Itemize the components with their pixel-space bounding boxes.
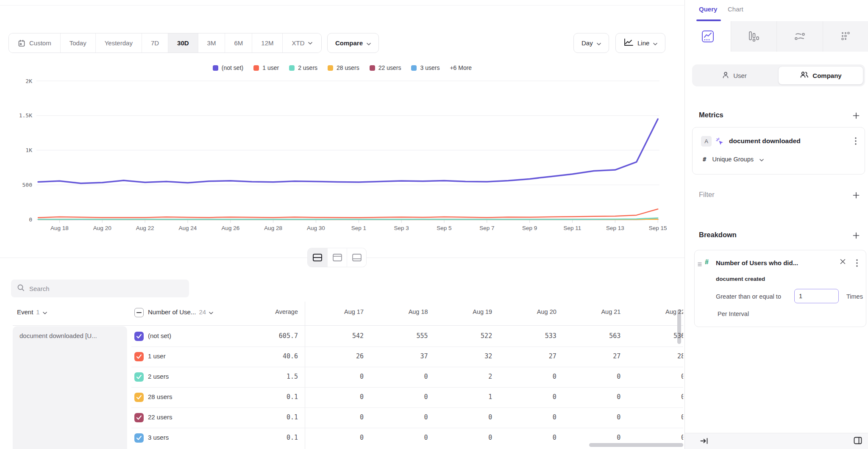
range-30d[interactable]: 30D: [168, 33, 198, 53]
row-checkbox[interactable]: [134, 352, 144, 361]
chevron-down-icon: [597, 39, 601, 47]
add-breakdown-button[interactable]: [851, 231, 861, 240]
breakdown-condition-label[interactable]: Greater than or equal to: [716, 293, 781, 300]
tab-chart[interactable]: Chart: [728, 6, 743, 13]
layout-split-button[interactable]: [308, 248, 327, 267]
date-column-header[interactable]: Aug 17: [309, 308, 364, 315]
user-toggle[interactable]: User: [692, 64, 776, 86]
metrics-section-header: Metrics: [685, 111, 868, 122]
event-count: 1: [36, 308, 39, 316]
tab-query[interactable]: Query: [699, 6, 717, 13]
date-column-header[interactable]: Aug 21: [565, 308, 620, 315]
range-xtd[interactable]: XTD: [282, 33, 321, 53]
svg-text:Aug 24: Aug 24: [179, 225, 197, 231]
search-input[interactable]: [29, 285, 189, 292]
chevron-down-icon: [760, 155, 764, 163]
chart-type-bar-tab[interactable]: [731, 21, 777, 52]
collapse-panel-icon[interactable]: [700, 437, 709, 446]
range-7d[interactable]: 7D: [142, 33, 168, 53]
date-column-header[interactable]: Aug 19: [437, 308, 492, 315]
average-column-header[interactable]: Average: [243, 308, 298, 315]
metrics-title: Metrics: [699, 111, 723, 119]
chart-type-dropdown[interactable]: Line: [615, 33, 665, 53]
cell-value: 0: [565, 373, 620, 380]
aggregation-dropdown[interactable]: # Unique Groups: [703, 155, 764, 163]
metric-options-icon[interactable]: [851, 136, 860, 147]
svg-text:Aug 28: Aug 28: [264, 225, 282, 231]
close-icon[interactable]: [840, 259, 846, 266]
range-label: Custom: [29, 39, 51, 47]
svg-text:Aug 18: Aug 18: [50, 225, 69, 231]
svg-text:0: 0: [29, 216, 32, 223]
cell-value: 0: [309, 373, 364, 380]
company-toggle[interactable]: Company: [778, 66, 863, 85]
breakdown-card[interactable]: # Number of Users who did... document cr…: [694, 250, 866, 327]
range-label: Today: [70, 39, 86, 47]
chevron-down-icon: [43, 308, 47, 316]
chart-type-flow-tab[interactable]: [776, 21, 823, 52]
row-checkbox[interactable]: [134, 372, 144, 382]
select-all-checkbox[interactable]: [134, 308, 144, 317]
panel-layout-icon[interactable]: [853, 436, 862, 446]
company-icon: [800, 71, 809, 80]
date-column-header[interactable]: Aug 22: [630, 308, 683, 315]
svg-text:2K: 2K: [25, 78, 32, 84]
cell-value: 32: [437, 352, 492, 360]
date-column-header[interactable]: Aug 20: [501, 308, 556, 315]
breakdown-event-name[interactable]: document created: [716, 276, 765, 282]
table-area: Event 1 Number of Use... 24 Average docu…: [0, 302, 683, 449]
row-checkbox[interactable]: [134, 413, 144, 422]
row-checkbox[interactable]: [134, 433, 144, 443]
range-yesterday[interactable]: Yesterday: [95, 33, 142, 53]
compare-label: Compare: [335, 39, 363, 47]
cell-value: 536: [630, 332, 683, 340]
interval-dropdown[interactable]: Day: [573, 33, 609, 53]
row-label: 2 users: [148, 373, 169, 380]
row-checkbox[interactable]: [134, 393, 144, 402]
event-name-cell[interactable]: document downloaded [U...: [13, 326, 127, 449]
cell-value: 0: [501, 434, 556, 441]
date-column-header[interactable]: Aug 18: [373, 308, 428, 315]
range-6m[interactable]: 6M: [225, 33, 252, 53]
cell-value: 522: [437, 332, 492, 340]
svg-text:500: 500: [22, 182, 32, 188]
search-icon: [17, 284, 25, 293]
metric-card[interactable]: A document downloaded # Unique Groups: [692, 127, 865, 175]
range-12m[interactable]: 12M: [252, 33, 282, 53]
layout-top-button[interactable]: [327, 248, 347, 267]
chart-type-grid-tab[interactable]: [823, 21, 868, 52]
cell-value: 26: [309, 352, 364, 360]
range-custom[interactable]: Custom: [9, 33, 60, 53]
per-interval-label[interactable]: Per Interval: [718, 310, 749, 317]
svg-text:Sep 5: Sep 5: [437, 225, 451, 231]
range-3m[interactable]: 3M: [198, 33, 225, 53]
row-checkbox[interactable]: [134, 332, 144, 341]
compare-button[interactable]: Compare: [327, 33, 379, 53]
cell-value: 2: [437, 373, 492, 380]
breakdown-options-icon[interactable]: [852, 258, 862, 269]
horizontal-scrollbar[interactable]: [589, 443, 683, 447]
date-range-group: CustomTodayYesterday7D30D3M6M12MXTD: [8, 33, 322, 53]
svg-text:Sep 7: Sep 7: [479, 225, 494, 231]
times-value-input[interactable]: [794, 289, 839, 303]
row-divider: [131, 407, 683, 408]
range-today[interactable]: Today: [60, 33, 95, 53]
event-column-header[interactable]: Event 1: [17, 308, 47, 316]
range-label: 3M: [207, 39, 216, 47]
cell-value: 0: [437, 434, 492, 441]
chart-type-tabs: [685, 21, 868, 52]
layout-bottom-button[interactable]: [347, 248, 366, 267]
drag-handle-icon[interactable]: [698, 261, 702, 268]
line-chart-icon: [623, 38, 634, 48]
svg-text:Sep 15: Sep 15: [649, 225, 667, 231]
search-box: [11, 280, 189, 297]
cell-value: 0: [501, 393, 556, 401]
add-metric-button[interactable]: [851, 111, 861, 120]
group-column-header[interactable]: Number of Use... 24: [148, 308, 213, 316]
line-chart[interactable]: 2K1.5K1K5000Aug 18Aug 20Aug 22Aug 24Aug …: [0, 59, 684, 237]
divider: [305, 302, 305, 449]
chevron-down-icon: [209, 308, 213, 316]
filter-section-header: Filter: [685, 191, 868, 202]
add-filter-button[interactable]: [851, 191, 861, 200]
chart-type-line-tab[interactable]: [685, 21, 731, 52]
